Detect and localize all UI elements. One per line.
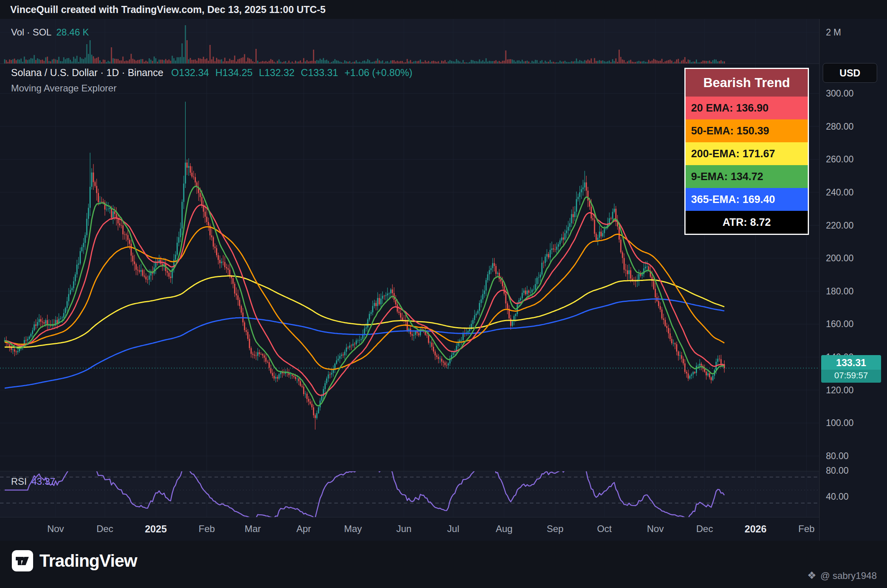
chart-title: VinceQuill created with TradingView.com,… xyxy=(10,4,326,15)
chart-header: VinceQuill created with TradingView.com,… xyxy=(0,0,887,19)
price-tick-label: 100.00 xyxy=(826,417,853,429)
time-tick-label: Dec xyxy=(686,523,723,534)
ema-legend-panel: Bearish Trend 20 EMA: 136.90 50-EMA: 150… xyxy=(684,68,809,235)
symbol-info-bar[interactable]: Solana / U.S. Dollar · 1D · BinanceO132.… xyxy=(11,67,419,78)
time-tick-label: Apr xyxy=(285,523,322,534)
symbol-title: Solana / U.S. Dollar · 1D · Binance xyxy=(11,67,163,78)
rsi-value: 43.37 xyxy=(32,476,55,487)
time-tick-label: Jun xyxy=(385,523,423,534)
price-tick-label: 120.00 xyxy=(826,384,853,396)
rsi-pane-canvas[interactable] xyxy=(0,471,819,517)
pane-separator[interactable] xyxy=(0,63,819,64)
price-tick-label: 180.00 xyxy=(826,285,853,297)
volume-tick-label: 2 M xyxy=(826,26,841,38)
currency-toggle-button[interactable]: USD xyxy=(823,63,877,83)
time-tick-label: Feb xyxy=(188,523,225,534)
time-tick-label: Sep xyxy=(536,523,574,534)
rsi-tick-label: 80.00 xyxy=(826,465,849,476)
watermark-text: @ sabry1948 xyxy=(820,570,877,581)
author-watermark: ❖@ sabry1948 xyxy=(807,569,877,582)
volume-legend: Vol · SOL28.46 K xyxy=(11,27,89,38)
legend-row-50ema: 50-EMA: 150.39 xyxy=(686,119,808,142)
price-tick-label: 280.00 xyxy=(826,121,853,132)
price-change: +1.06 (+0.80%) xyxy=(345,67,412,78)
volume-value: 28.46 K xyxy=(56,27,89,37)
last-price-badge: 133.31 07:59:57 xyxy=(821,355,881,383)
time-axis[interactable]: NovDec2025FebMarAprMayJunJulAugSepOctNov… xyxy=(0,517,819,541)
time-tick-label: Jul xyxy=(434,523,472,534)
tradingview-logo[interactable]: TradingView xyxy=(12,550,137,571)
rsi-legend: RSI43.37 xyxy=(11,476,55,487)
rsi-label: RSI xyxy=(11,476,27,487)
time-tick-label: Aug xyxy=(485,523,523,534)
bar-countdown: 07:59:57 xyxy=(821,370,881,383)
rsi-tick-label: 40.00 xyxy=(826,491,849,502)
diamond-icon: ❖ xyxy=(807,569,816,581)
ohlc-high: H134.25 xyxy=(215,67,253,78)
volume-label: Vol · SOL xyxy=(11,27,52,37)
tradingview-brand-text: TradingView xyxy=(39,551,137,571)
time-tick-label: Dec xyxy=(86,523,124,534)
ohlc-open: O132.34 xyxy=(171,67,209,78)
tradingview-logo-icon xyxy=(12,550,33,571)
indicator-title: Moving Average Explorer xyxy=(11,83,117,94)
legend-row-20ema: 20 EMA: 136.90 xyxy=(686,97,808,119)
price-tick-label: 160.00 xyxy=(826,318,853,330)
time-tick-label: Nov xyxy=(636,523,674,534)
time-tick-label: 2026 xyxy=(737,523,775,535)
price-tick-label: 260.00 xyxy=(826,153,853,165)
price-tick-label: 80.00 xyxy=(826,450,849,462)
time-tick-label: 2025 xyxy=(137,523,175,535)
legend-row-365ema: 365-EMA: 169.40 xyxy=(686,188,808,211)
price-tick-label: 300.00 xyxy=(826,87,853,99)
price-tick-label: 220.00 xyxy=(826,220,853,231)
pane-separator[interactable] xyxy=(0,471,819,471)
legend-row-200ema: 200-EMA: 171.67 xyxy=(686,142,808,165)
ohlc-low: L132.32 xyxy=(259,67,294,78)
time-tick-label: May xyxy=(334,523,372,534)
last-price-value: 133.31 xyxy=(821,355,881,370)
tradingview-chart-window: VinceQuill created with TradingView.com,… xyxy=(0,0,887,588)
chart-footer: TradingView ❖@ sabry1948 xyxy=(0,541,887,588)
legend-row-atr: ATR: 8.72 xyxy=(686,211,808,234)
volume-pane-canvas[interactable] xyxy=(0,19,819,64)
price-axis[interactable]: USD 133.31 07:59:57 2 M300.00280.00260.0… xyxy=(819,19,887,541)
legend-row-9ema: 9-EMA: 134.72 xyxy=(686,165,808,188)
time-tick-label: Mar xyxy=(234,523,272,534)
trend-status-header: Bearish Trend xyxy=(686,69,808,97)
time-tick-label: Oct xyxy=(585,523,623,534)
time-tick-label: Nov xyxy=(37,523,75,534)
ohlc-close: C133.31 xyxy=(301,67,338,78)
price-tick-label: 200.00 xyxy=(826,252,853,264)
price-tick-label: 240.00 xyxy=(826,186,853,198)
time-tick-label: Feb xyxy=(788,523,826,534)
